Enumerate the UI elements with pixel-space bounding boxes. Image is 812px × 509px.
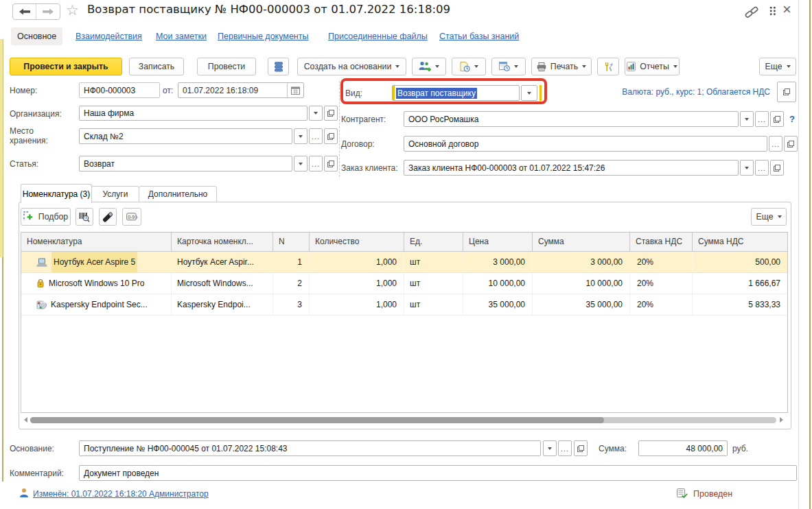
basis-dropdown-button[interactable] [543,440,557,456]
currency-info-link[interactable]: Валюта: руб., курс: 1; Облагается НДС [622,87,770,97]
favorite-star-icon[interactable]: ☆ [66,2,79,19]
close-icon[interactable]: × [782,1,791,19]
service-tools-button[interactable] [597,58,619,75]
warehouse-list-button[interactable]: ... [309,128,323,144]
column-header[interactable]: Ставка НДС [630,233,693,251]
contract-open-button[interactable] [784,136,798,152]
date-input[interactable]: 01.07.2022 16:18:09 [178,83,287,97]
table-more-button[interactable]: Еще [751,208,787,226]
create-based-on-button[interactable]: Создать на основании [297,58,406,75]
left-scrollbar-track[interactable] [2,257,3,482]
sum-input[interactable]: 48 000,00 [638,440,728,456]
more-actions-button[interactable]: Еще [759,58,796,75]
kind-dropdown-button[interactable] [521,85,537,101]
document-tasks-button[interactable] [452,58,486,75]
post-button[interactable]: Провести [197,58,256,75]
column-header[interactable]: Ед. [404,233,463,251]
tab-attached-files[interactable]: Присоединенные файлы [328,32,428,41]
warehouse-open-button[interactable] [324,128,338,144]
tab-services[interactable]: Услуги [91,186,139,202]
counterparty-list-button[interactable]: ... [755,111,769,127]
calendar-button[interactable] [287,83,303,97]
organization-input[interactable]: Наша фирма [79,106,308,121]
customer-order-dropdown-button[interactable] [740,160,754,176]
basis-input[interactable]: Поступление № НФ00-000045 от 01.07.2022 … [79,440,541,456]
basis-open-button[interactable] [574,440,588,456]
customer-order-input[interactable]: Заказ клиента НФ00-000003 от 01.07.2022 … [404,160,739,176]
warehouse-dropdown-button[interactable] [294,128,308,144]
post-and-close-button[interactable]: Провести и закрыть [10,58,122,75]
laptop-icon [36,258,47,267]
number-input[interactable]: НФ00-000003 [79,82,160,98]
customer-order-list-button[interactable]: ... [755,160,769,176]
column-header[interactable]: Сумма НДС [693,233,787,251]
warehouse-input[interactable]: Склад №2 [79,128,292,144]
customer-order-open-button[interactable] [770,160,784,176]
currency-open-button[interactable] [777,82,796,102]
organization-dropdown-button[interactable] [309,106,323,121]
more-menu-icon[interactable] [769,6,776,16]
article-dropdown-button[interactable] [294,156,308,171]
kind-input[interactable]: Возврат поставщику [392,85,520,101]
left-scrollbar-thumb[interactable] [0,39,3,257]
counterparty-dropdown-button[interactable] [740,111,754,127]
save-button[interactable]: Записать [129,58,184,75]
tab-main[interactable]: Основное [11,27,62,45]
article-label: Статья: [10,159,38,169]
article-open-button[interactable] [324,156,338,171]
counterparty-actions-button[interactable] [412,58,446,75]
table-row[interactable]: Ноутбук Acer Aspire 5 Ноутбук Acer Aspir… [21,252,787,273]
scanner-button[interactable] [99,208,117,226]
tab-primary-documents[interactable]: Первичные документы [218,32,308,41]
comment-input[interactable]: Документ проведен [79,465,797,481]
dropdown-arrow-icon [474,65,478,68]
price-checker-button[interactable]: 0-9 [122,208,141,226]
scroll-right-arrow[interactable] [780,417,783,423]
article-input[interactable]: Возврат [79,156,292,171]
item-name[interactable]: Microsoft Windows 10 Pro [49,273,144,294]
modified-link[interactable]: Изменён: 01.07.2022 16:18:20 Администрат… [33,489,209,499]
article-list-button[interactable]: ... [309,156,323,171]
modified-marker [540,85,542,101]
table-row[interactable]: Kaspersky Endpoint Sec... Kaspersky Endp… [21,294,787,316]
item-name[interactable]: Kaspersky Endpoint Sec... [51,294,148,315]
table-header[interactable]: Номенклатура Карточка номенкл... N Колич… [21,233,787,252]
counterparty-open-button[interactable] [770,111,784,127]
contract-list-button[interactable]: ... [769,136,782,152]
column-header[interactable]: Сумма [533,233,630,251]
table-row[interactable]: Microsoft Windows 10 Pro Microsoft Windo… [21,273,787,294]
dropdown-arrow-icon [745,118,749,121]
contract-input[interactable]: Основной договор [404,136,767,152]
scroll-left-arrow[interactable] [24,417,27,423]
counterparty-input[interactable]: ООО РосРомашка [404,111,739,127]
column-header[interactable]: Цена [463,233,533,251]
schedule-button[interactable] [491,58,526,75]
basis-label: Основание: [10,444,54,453]
tab-knowledge-base[interactable]: Статьи базы знаний [439,32,519,41]
column-header[interactable]: N [273,233,310,251]
print-button[interactable]: Печать [531,58,592,75]
forward-button[interactable] [36,4,60,19]
column-header[interactable]: Номенклатура [21,233,172,251]
reports-button[interactable]: Отчеты [625,58,680,75]
counterparty-label: Контрагент: [341,115,386,124]
horizontal-scrollbar-thumb[interactable] [30,417,604,423]
pick-items-button[interactable]: Подбор [21,208,71,226]
tab-interactions[interactable]: Взаимодействия [76,32,142,41]
column-header[interactable]: Карточка номенкл... [172,233,273,251]
tab-my-notes[interactable]: Мои заметки [156,32,207,41]
help-link[interactable]: ? [789,114,795,124]
barcode-scan-button[interactable] [76,208,93,226]
organization-open-button[interactable] [324,106,338,121]
item-name[interactable]: Ноутбук Acer Aspire 5 [51,252,137,272]
tab-nomenclature[interactable]: Номенклатура (3) [21,184,92,203]
column-header[interactable]: Количество [310,233,404,251]
document-movements-button[interactable] [268,58,289,75]
basis-list-button[interactable]: ... [558,440,572,456]
ellipsis-icon: ... [561,446,569,451]
customer-order-label: Заказ клиента: [341,163,398,173]
back-button[interactable] [13,4,36,19]
link-icon[interactable] [745,5,758,19]
tab-additional[interactable]: Дополнительно [139,186,217,202]
dropdown-arrow-icon [582,65,586,68]
